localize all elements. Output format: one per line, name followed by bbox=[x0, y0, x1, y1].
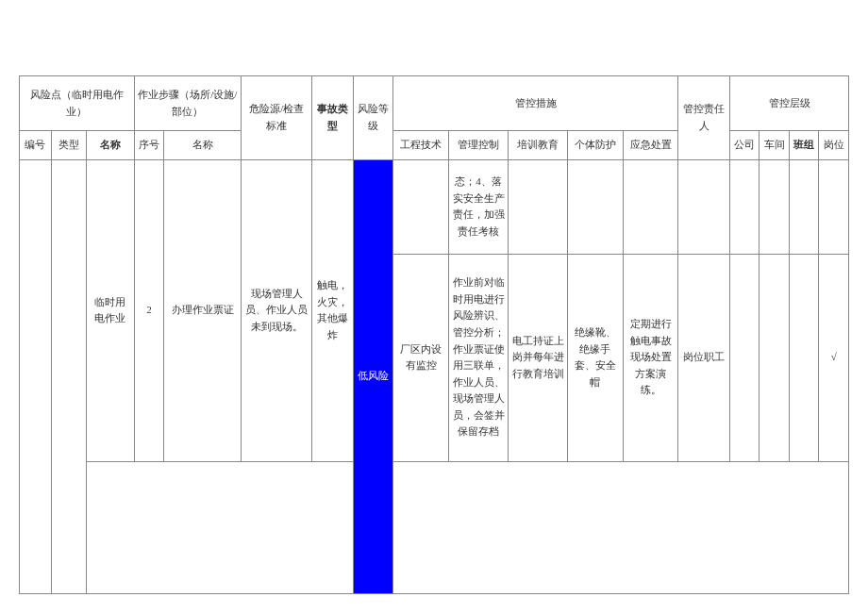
th-num: 编号 bbox=[20, 131, 52, 160]
cell-train: 电工持证上岗并每年进行教育培训 bbox=[509, 254, 568, 461]
cell-seq: 2 bbox=[134, 159, 163, 461]
th-step-group: 作业步骤（场所/设施/部位） bbox=[134, 76, 241, 131]
th-emerg: 应急处置 bbox=[623, 131, 678, 160]
th-post: 岗位 bbox=[819, 131, 849, 160]
th-co: 公司 bbox=[730, 131, 760, 160]
cell-risk-level: 低风险 bbox=[354, 159, 393, 593]
table-row bbox=[20, 461, 849, 593]
header-row-1: 风险点（临时用电作业） 作业步骤（场所/设施/部位） 危险源/检查标准 事故类型… bbox=[20, 76, 849, 131]
cell-resp: 岗位职工 bbox=[678, 254, 730, 461]
cell-step: 办理作业票证 bbox=[164, 159, 242, 461]
cell-emerg: 定期进行触电事故现场处置方案演练。 bbox=[623, 254, 678, 461]
th-name: 名称 bbox=[87, 131, 134, 160]
cell-mgmt-partial: 态；4、落实安全生产责任，加强责任考核 bbox=[449, 159, 509, 254]
cell-hazard: 现场管理人员、作业人员未到现场。 bbox=[241, 159, 312, 461]
cell-eng: 厂区内设有监控 bbox=[393, 254, 449, 461]
th-eng: 工程技术 bbox=[393, 131, 449, 160]
th-risk-level: 风险等级 bbox=[354, 76, 393, 160]
cell-name: 临时用电作业 bbox=[87, 159, 134, 461]
cell-post-1 bbox=[819, 159, 849, 254]
cell-post-2: √ bbox=[819, 254, 849, 461]
th-accident: 事故类型 bbox=[312, 76, 354, 160]
th-responsible: 管控责任人 bbox=[678, 76, 730, 160]
document-container: 风险点（临时用电作业） 作业步骤（场所/设施/部位） 危险源/检查标准 事故类型… bbox=[19, 75, 849, 594]
cell-mgmt: 作业前对临时用电进行风险辨识、管控分析；作业票证使用三联单，作业人员、现场管理人… bbox=[449, 254, 509, 461]
cell-ws-2 bbox=[760, 254, 789, 461]
cell-train-partial bbox=[509, 159, 568, 254]
cell-ws-1 bbox=[760, 159, 789, 254]
th-train: 培训教育 bbox=[509, 131, 568, 160]
th-team: 班组 bbox=[789, 131, 818, 160]
th-step-name: 名称 bbox=[164, 131, 242, 160]
cell-co-2 bbox=[730, 254, 760, 461]
th-type: 类型 bbox=[51, 131, 87, 160]
cell-type bbox=[51, 159, 87, 593]
th-hazard: 危险源/检查标准 bbox=[241, 76, 312, 160]
blank-right bbox=[393, 461, 849, 593]
th-seq: 序号 bbox=[134, 131, 163, 160]
cell-ppe: 绝缘靴、绝缘手套、安全帽 bbox=[567, 254, 623, 461]
risk-table: 风险点（临时用电作业） 作业步骤（场所/设施/部位） 危险源/检查标准 事故类型… bbox=[19, 75, 849, 594]
cell-team-1 bbox=[789, 159, 818, 254]
table-row: 临时用电作业 2 办理作业票证 现场管理人员、作业人员未到现场。 触电，火灾，其… bbox=[20, 159, 849, 254]
cell-num bbox=[20, 159, 52, 593]
th-ppe: 个体防护 bbox=[567, 131, 623, 160]
th-mgmt: 管理控制 bbox=[449, 131, 509, 160]
th-measures: 管控措施 bbox=[393, 76, 678, 131]
cell-resp-partial bbox=[678, 159, 730, 254]
th-risk-point: 风险点（临时用电作业） bbox=[20, 76, 135, 131]
th-level-group: 管控层级 bbox=[730, 76, 849, 131]
cell-emerg-partial bbox=[623, 159, 678, 254]
cell-ppe-partial bbox=[567, 159, 623, 254]
th-ws: 车间 bbox=[760, 131, 789, 160]
cell-team-2 bbox=[789, 254, 818, 461]
cell-eng-partial bbox=[393, 159, 449, 254]
blank-left bbox=[87, 461, 354, 593]
cell-accident: 触电，火灾，其他爆炸 bbox=[312, 159, 354, 461]
cell-co-1 bbox=[730, 159, 760, 254]
